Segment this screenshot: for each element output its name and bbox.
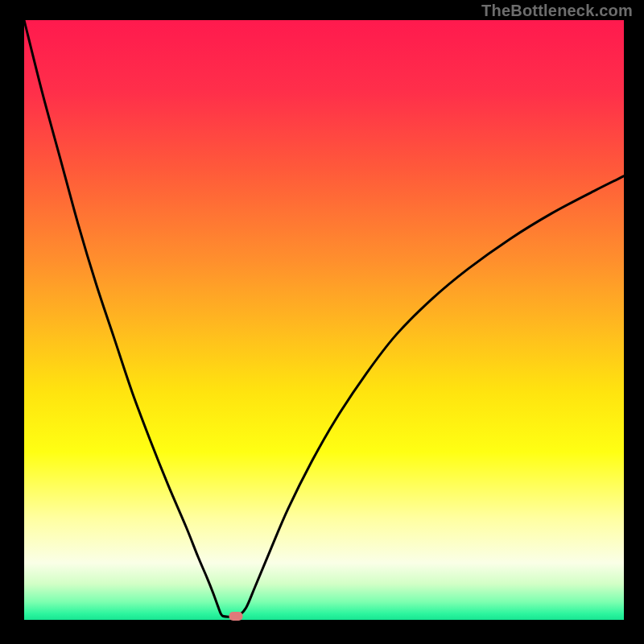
optimal-marker — [229, 612, 242, 621]
bottleneck-chart — [0, 0, 644, 644]
watermark-text: TheBottleneck.com — [481, 2, 633, 20]
chart-container: { "watermark": { "text": "TheBottleneck.… — [0, 0, 644, 644]
plot-background — [24, 20, 624, 620]
